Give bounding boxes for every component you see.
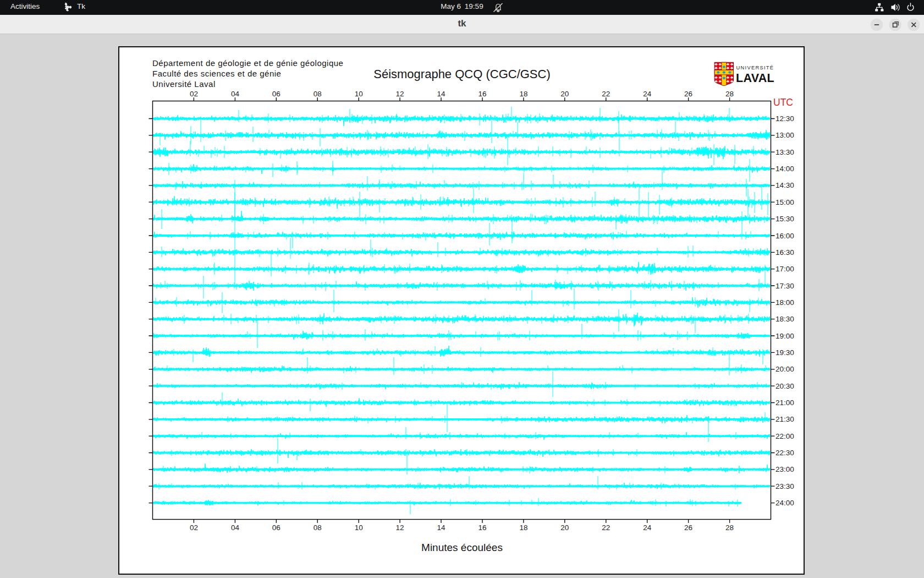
svg-text:16:00: 16:00 bbox=[776, 232, 794, 240]
svg-text:04: 04 bbox=[231, 524, 240, 532]
svg-text:13:00: 13:00 bbox=[776, 131, 794, 139]
svg-text:16: 16 bbox=[478, 524, 486, 532]
svg-text:08: 08 bbox=[314, 524, 322, 532]
svg-text:14:00: 14:00 bbox=[776, 165, 794, 173]
svg-text:24: 24 bbox=[643, 90, 652, 98]
svg-text:14: 14 bbox=[437, 524, 446, 532]
svg-text:24:00: 24:00 bbox=[776, 499, 794, 507]
svg-text:LAVAL: LAVAL bbox=[736, 72, 774, 85]
svg-text:28: 28 bbox=[725, 524, 734, 532]
svg-text:22: 22 bbox=[602, 90, 610, 98]
svg-text:26: 26 bbox=[684, 90, 692, 98]
svg-text:12: 12 bbox=[396, 90, 404, 98]
svg-text:18: 18 bbox=[519, 524, 527, 532]
svg-text:23:30: 23:30 bbox=[776, 482, 794, 490]
svg-text:16:30: 16:30 bbox=[776, 248, 794, 257]
svg-text:06: 06 bbox=[272, 524, 280, 532]
svg-text:18:30: 18:30 bbox=[776, 315, 794, 323]
svg-text:04: 04 bbox=[231, 90, 240, 98]
svg-text:08: 08 bbox=[314, 90, 322, 98]
svg-text:20: 20 bbox=[560, 524, 569, 532]
svg-text:18: 18 bbox=[519, 90, 527, 98]
svg-text:22:30: 22:30 bbox=[776, 449, 794, 457]
svg-text:15:30: 15:30 bbox=[776, 215, 794, 223]
svg-text:28: 28 bbox=[725, 90, 734, 98]
svg-text:UTC: UTC bbox=[773, 97, 793, 108]
svg-text:17:30: 17:30 bbox=[776, 282, 794, 290]
svg-text:21:30: 21:30 bbox=[776, 415, 794, 423]
svg-text:17:00: 17:00 bbox=[776, 265, 794, 273]
svg-text:22: 22 bbox=[602, 524, 610, 532]
svg-text:02: 02 bbox=[190, 90, 198, 98]
svg-text:14: 14 bbox=[437, 90, 446, 98]
svg-text:21:00: 21:00 bbox=[776, 399, 794, 407]
svg-text:20:30: 20:30 bbox=[776, 382, 794, 390]
svg-text:24: 24 bbox=[643, 524, 652, 532]
svg-text:16: 16 bbox=[478, 90, 486, 98]
svg-text:10: 10 bbox=[355, 524, 363, 532]
svg-text:UNIVERSITÉ: UNIVERSITÉ bbox=[736, 65, 774, 70]
svg-text:20: 20 bbox=[560, 90, 569, 98]
svg-text:20:00: 20:00 bbox=[776, 365, 794, 373]
svg-text:19:30: 19:30 bbox=[776, 348, 794, 357]
svg-text:12:30: 12:30 bbox=[776, 114, 794, 123]
svg-text:23:00: 23:00 bbox=[776, 465, 794, 473]
svg-text:19:00: 19:00 bbox=[776, 332, 794, 340]
svg-text:10: 10 bbox=[355, 90, 363, 98]
svg-text:26: 26 bbox=[684, 524, 692, 532]
svg-text:18:00: 18:00 bbox=[776, 298, 794, 307]
svg-text:15:00: 15:00 bbox=[776, 198, 794, 206]
svg-text:12: 12 bbox=[396, 524, 404, 532]
svg-text:02: 02 bbox=[190, 524, 198, 532]
svg-text:22:00: 22:00 bbox=[776, 432, 794, 440]
svg-text:13:30: 13:30 bbox=[776, 148, 794, 156]
svg-text:14:30: 14:30 bbox=[776, 181, 794, 189]
svg-text:06: 06 bbox=[272, 90, 280, 98]
